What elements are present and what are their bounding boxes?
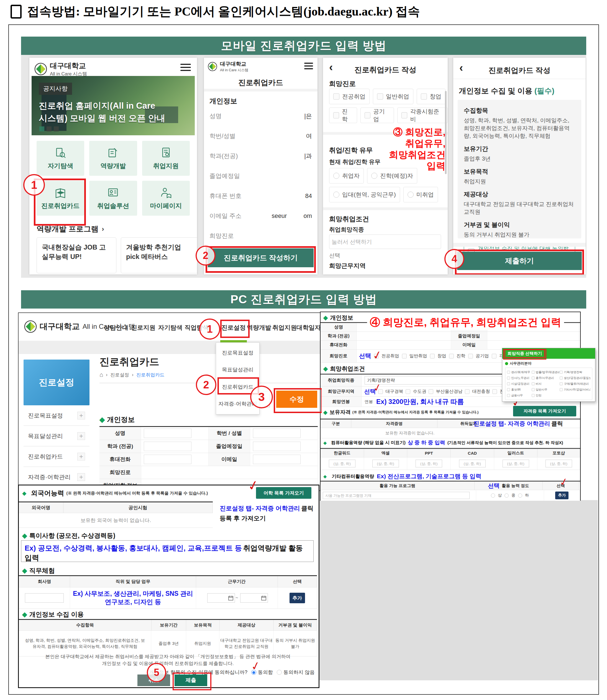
checkbox-icon[interactable] <box>421 94 427 100</box>
checkbox-icon[interactable] <box>492 354 497 358</box>
department-input[interactable] <box>144 442 191 451</box>
breadcrumb-career-card[interactable]: 진로취업카드 <box>136 372 165 378</box>
option-major-employment[interactable]: 전공취업 <box>329 89 370 104</box>
nav-career-setting[interactable]: 진로설정 <box>221 323 246 332</box>
job-option[interactable]: 경리/회계/재무 <box>507 369 532 375</box>
sidebar-item-goal-setting[interactable]: 진로목표설정+ <box>24 405 89 426</box>
checkbox-icon[interactable] <box>428 389 433 394</box>
job-option[interactable]: 시설/공정관리 <box>507 381 532 387</box>
write-career-card-button[interactable]: 진로취업카드 작성하기 <box>208 248 314 267</box>
notice-hero-image[interactable]: 공지사항 진로취업 홈페이지(All in Care 시스템) 모바일 웹 버전… <box>32 76 195 135</box>
email-input[interactable] <box>253 455 300 464</box>
checkbox-icon[interactable] <box>507 394 510 397</box>
carousel-dots[interactable] <box>39 126 59 132</box>
add-button[interactable]: 추가 <box>555 492 568 499</box>
skill-hwp-input[interactable] <box>329 460 355 467</box>
checkbox-icon[interactable] <box>465 389 469 394</box>
job-option[interactable]: 총무/사무관리 <box>532 375 560 381</box>
checkbox-icon[interactable] <box>507 382 510 385</box>
option-unemployed[interactable]: 미취업 <box>403 187 438 202</box>
job-option[interactable]: 비서 <box>532 381 560 387</box>
name-input[interactable] <box>144 428 191 438</box>
checkbox-icon[interactable] <box>333 94 339 100</box>
checkbox-icon[interactable] <box>507 388 510 391</box>
job-option[interactable]: 기획/경영전략 <box>560 369 590 375</box>
checkbox-icon[interactable] <box>402 354 407 358</box>
job-option[interactable]: 일반사무 <box>532 387 560 393</box>
disagree-radio[interactable]: 동의하지 않음 <box>277 669 315 676</box>
company-input[interactable] <box>25 593 64 603</box>
job-option[interactable]: 인사/노무관리 <box>507 375 532 381</box>
plus-icon[interactable]: + <box>77 453 85 460</box>
program-heading[interactable]: 역량개발 프로그램 › <box>37 224 104 234</box>
job-option[interactable]: 구매/물류/자재관리 <box>560 381 590 387</box>
checkbox-icon[interactable] <box>405 389 410 394</box>
checkbox-icon[interactable] <box>401 112 407 118</box>
job-option[interactable]: 법률/법무/채권관리 <box>532 369 560 375</box>
home-icon[interactable]: ⌂ <box>100 371 103 378</box>
department-input[interactable] <box>357 332 451 340</box>
nav-capability[interactable]: 역량개발 <box>247 323 271 332</box>
radio-icon[interactable] <box>333 192 339 198</box>
checkbox-icon[interactable] <box>377 94 383 100</box>
graduation-input[interactable] <box>487 332 579 340</box>
add-button[interactable]: 추가 <box>290 593 305 603</box>
date-start-input[interactable] <box>207 593 233 603</box>
radio-icon[interactable] <box>407 192 414 198</box>
date-end-input[interactable] <box>240 593 266 603</box>
checkbox-icon[interactable] <box>333 112 339 118</box>
fetch-language-button[interactable]: 어학 목록 가져오기 <box>256 487 311 499</box>
sidebar-item-career-card[interactable]: 진로취업카드+ <box>24 446 89 467</box>
sidebar-item-goal-management[interactable]: 목표달성관리+ <box>24 426 89 446</box>
program-card-2[interactable]: 겨울방학 추천기업 pick 메타버스 <box>121 237 197 273</box>
hamburger-menu-icon[interactable] <box>304 63 313 69</box>
checkbox-icon[interactable] <box>560 371 563 374</box>
dropdown-item-goal-setting[interactable]: 진로목표설정 <box>222 349 253 357</box>
submit-button[interactable]: 제출 <box>174 675 207 686</box>
checkbox-icon[interactable] <box>560 382 563 385</box>
nav-self-exploration[interactable]: 자기탐색 <box>158 323 183 332</box>
checkbox-icon[interactable] <box>507 371 510 374</box>
radio-icon[interactable] <box>518 494 522 498</box>
tile-employment-support[interactable]: 취업지원 <box>142 141 190 176</box>
radio-icon[interactable] <box>371 173 377 179</box>
skill-ppt-input[interactable] <box>416 460 442 467</box>
radio-icon[interactable] <box>277 670 282 675</box>
studentid-input[interactable] <box>253 428 300 438</box>
radio-icon[interactable] <box>504 494 509 498</box>
checkbox-icon[interactable] <box>560 377 563 380</box>
job-option[interactable]: 인턴 <box>532 393 560 398</box>
skill-illust-input[interactable] <box>503 460 529 467</box>
calendar-icon[interactable] <box>261 596 266 600</box>
option-further-study[interactable]: 진학 <box>329 107 357 123</box>
checkbox-icon[interactable] <box>560 388 563 391</box>
job-option[interactable]: 홍보/IR <box>507 387 532 393</box>
nav-university-jobs[interactable]: 대학일자리 <box>296 323 322 332</box>
checkbox-icon[interactable] <box>430 354 435 358</box>
tile-self-exploration[interactable]: 자기탐색 <box>37 141 84 176</box>
calendar-icon[interactable] <box>228 596 233 600</box>
breadcrumb-career-setting[interactable]: 진로설정 <box>110 372 129 378</box>
plus-icon[interactable]: + <box>77 412 85 419</box>
job-option[interactable]: 기타사무/공업/서비스 <box>560 387 590 393</box>
graduation-input[interactable] <box>253 442 300 451</box>
plus-icon[interactable]: + <box>77 473 85 481</box>
edit-button[interactable]: 수정 <box>276 391 317 408</box>
option-military[interactable]: 입대(현역, 공익근무) <box>329 187 400 202</box>
option-startup[interactable]: 창업 <box>417 89 445 104</box>
etc-program-input[interactable] <box>323 492 469 499</box>
radio-icon[interactable] <box>333 173 339 179</box>
checkbox-icon[interactable] <box>532 377 535 380</box>
radio-icon[interactable] <box>491 494 495 498</box>
skill-excel-input[interactable] <box>372 460 399 467</box>
phone-input[interactable] <box>357 341 451 349</box>
program-card-1[interactable]: 국내현장실습 JOB 고 실무능력 UP! <box>37 237 117 273</box>
skill-cad-input[interactable] <box>459 460 486 467</box>
plus-icon[interactable]: + <box>77 432 85 440</box>
checkbox-icon[interactable] <box>468 354 473 358</box>
nav-counseling[interactable]: 상담안내 <box>104 323 128 332</box>
job-option[interactable]: 금융사무 <box>507 393 532 398</box>
option-exam-prep[interactable]: 각종시험준비 <box>397 107 448 123</box>
option-employed[interactable]: 취업자 <box>329 168 364 183</box>
tile-my-page[interactable]: 마이페이지 <box>142 181 190 216</box>
